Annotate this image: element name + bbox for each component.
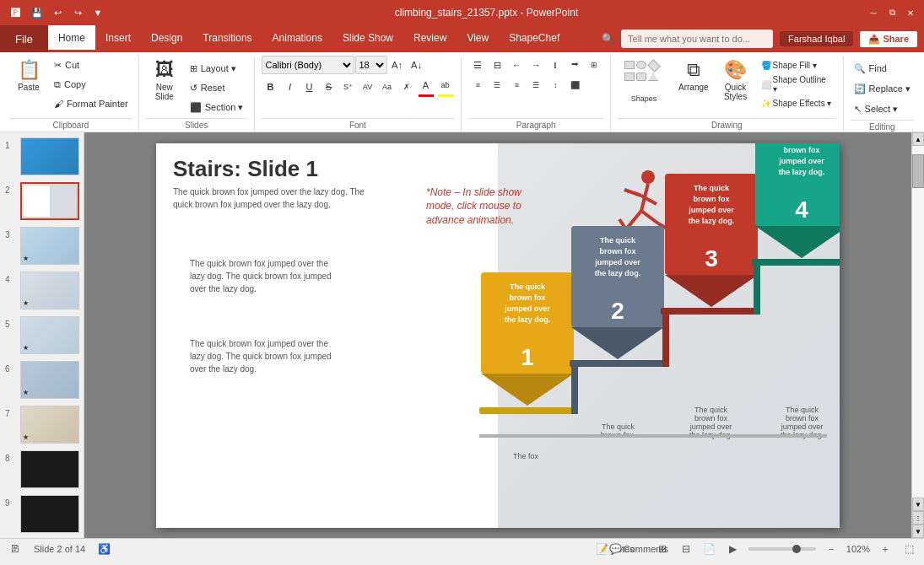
slideshow-button[interactable]: ▶ (725, 541, 742, 557)
customize-button[interactable]: ▼ (89, 4, 106, 21)
zoom-out-button[interactable]: － (823, 541, 840, 557)
font-increase-button[interactable]: A↑ (388, 56, 407, 74)
restore-button[interactable]: ⧉ (885, 6, 899, 19)
slide-thumb-4[interactable]: 4 ★ (3, 270, 80, 311)
arrange-button[interactable]: ⧉ Arrange (673, 56, 714, 95)
change-case-button[interactable]: Aa (378, 78, 397, 96)
format-painter-button[interactable]: 🖌 Format Painter (51, 94, 132, 113)
align-center-button[interactable]: ☰ (488, 76, 506, 94)
reading-view-button[interactable]: 📄 (701, 541, 718, 557)
menu-shapechef[interactable]: ShapeChef (499, 25, 570, 52)
increase-indent-button[interactable]: → (527, 56, 545, 74)
align-left-button[interactable]: ≡ (468, 76, 487, 94)
decrease-indent-button[interactable]: ← (507, 56, 526, 74)
redo-button[interactable]: ↪ (69, 4, 86, 21)
columns-button[interactable]: ⫿ (546, 56, 565, 74)
numbered-button[interactable]: ⊟ (488, 56, 506, 74)
format-row: B I U S S⁺ AV Aa ✗ A ab (262, 76, 455, 97)
scroll-down-button[interactable]: ▼ (912, 498, 924, 511)
slide-thumb-6[interactable]: 6 ★ (3, 359, 80, 401)
font-size-select[interactable]: 18 (355, 56, 387, 74)
shape-outline-button[interactable]: ⬜ Shape Outline ▾ (758, 73, 836, 95)
line-spacing-button[interactable]: ↕ (546, 76, 565, 94)
ground-line (479, 434, 827, 438)
paste-button[interactable]: 📋 Paste (10, 56, 47, 95)
align-right-button[interactable]: ≡ (507, 76, 526, 94)
user-button[interactable]: Farshad Iqbal (780, 31, 853, 46)
copy-button[interactable]: ⧉ Copy (51, 75, 132, 94)
slide-thumb-2[interactable]: 2 (3, 180, 80, 222)
slide-thumb-1[interactable]: 1 (3, 136, 80, 177)
shapes-button[interactable]: Shapes (618, 56, 670, 106)
slide-canvas[interactable]: Stairs: Slide 1 The quick brown fox jump… (156, 143, 840, 528)
spacing-button[interactable]: AV (359, 78, 377, 96)
reset-button[interactable]: ↺ Reset (186, 78, 247, 97)
fit-slide-button[interactable]: ⬚ (900, 541, 917, 557)
menu-file[interactable]: File (0, 25, 48, 52)
bold-button[interactable]: B (262, 78, 280, 96)
zoom-in-button[interactable]: ＋ (877, 541, 894, 557)
cut-button[interactable]: ✂ Cut (51, 56, 132, 74)
share-button[interactable]: 📤 Share (860, 31, 917, 47)
slide-thumb-7[interactable]: 7 ★ (3, 404, 80, 445)
scroll-up-button[interactable]: ▲ (912, 132, 924, 146)
close-button[interactable]: ✕ (904, 6, 917, 19)
stair-riser-3-4 (754, 259, 760, 315)
section-button[interactable]: ⬛ Section ▾ (186, 98, 247, 116)
search-input[interactable] (621, 30, 773, 48)
slide-thumb-5[interactable]: 5 ★ (3, 315, 80, 356)
slide-thumb-3[interactable]: 3 ★ (3, 225, 80, 266)
font-decrease-button[interactable]: A↓ (408, 56, 426, 74)
menu-home[interactable]: Home (48, 25, 95, 52)
menu-view[interactable]: View (457, 25, 499, 52)
highlight-button[interactable]: ab (436, 76, 455, 94)
accessibility-button[interactable]: ♿ (95, 541, 112, 557)
convert-to-smartart-button[interactable]: ⬛ (565, 76, 584, 94)
canvas-area[interactable]: Stairs: Slide 1 The quick brown fox jump… (84, 132, 911, 538)
menu-transitions[interactable]: Transitions (192, 25, 262, 52)
font-color-button[interactable]: A (417, 76, 435, 94)
quick-styles-button[interactable]: 🎨 Quick Styles (717, 56, 754, 105)
slide-sorter-button[interactable]: ⊟ (678, 541, 694, 557)
menu-design[interactable]: Design (141, 25, 192, 52)
menu-review[interactable]: Review (403, 25, 457, 52)
justify-button[interactable]: ☰ (527, 76, 545, 94)
new-slide-button[interactable]: 🖼 New Slide (146, 56, 183, 105)
minimize-button[interactable]: ─ (867, 6, 880, 19)
replace-button[interactable]: 🔄 Replace ▾ (851, 79, 914, 98)
text-direction-button[interactable]: ⮕ (565, 56, 584, 74)
save-button[interactable]: 💾 (29, 4, 46, 21)
zoom-slider[interactable] (748, 547, 816, 551)
strikethrough-button[interactable]: S (320, 78, 338, 96)
layout-button[interactable]: ⊞ Layout ▾ (186, 59, 247, 78)
step-block-4: The quick brown fox jumped over the lazy… (755, 143, 840, 262)
zoom-thumb[interactable] (792, 545, 801, 553)
menu-animations[interactable]: Animations (262, 25, 332, 52)
smart-art-button[interactable]: ⊞ (585, 56, 603, 74)
underline-button[interactable]: U (300, 78, 319, 96)
menu-insert[interactable]: Insert (95, 25, 141, 52)
arrange-icon: ⧉ (687, 59, 700, 81)
find-button[interactable]: 🔍 Find (851, 59, 890, 78)
select-button[interactable]: ↖ Select ▾ (851, 100, 902, 118)
shape-fill-icon: 🪣 (761, 61, 771, 70)
scroll-more-button[interactable]: ⋮ (912, 511, 924, 525)
comments-button[interactable]: 💬 Comments (630, 541, 647, 557)
undo-button[interactable]: ↩ (49, 4, 66, 21)
scroll-thumb[interactable] (912, 154, 924, 188)
font-color-btn-group: A (417, 76, 435, 97)
reset-icon: ↺ (190, 83, 197, 94)
text-shadow-button[interactable]: S⁺ (339, 78, 358, 96)
slide-thumb-9[interactable]: 9 (3, 493, 80, 535)
menu-slideshow[interactable]: Slide Show (332, 25, 403, 52)
shape-effects-button[interactable]: ✨ Shape Effects ▾ (758, 97, 836, 110)
bullets-button[interactable]: ☰ (468, 56, 487, 74)
font-family-select[interactable]: Calibri (Body) (262, 56, 354, 74)
scroll-bottom-button[interactable]: ▼ (912, 525, 924, 538)
clear-format-button[interactable]: ✗ (397, 78, 416, 96)
add-slide-button[interactable]: 🖹 (7, 541, 24, 557)
shape-fill-button[interactable]: 🪣 Shape Fill ▾ (758, 59, 836, 72)
slide-thumb-8[interactable]: 8 (3, 449, 80, 490)
italic-button[interactable]: I (281, 78, 300, 96)
normal-view-button[interactable]: ⊞ (654, 541, 671, 557)
